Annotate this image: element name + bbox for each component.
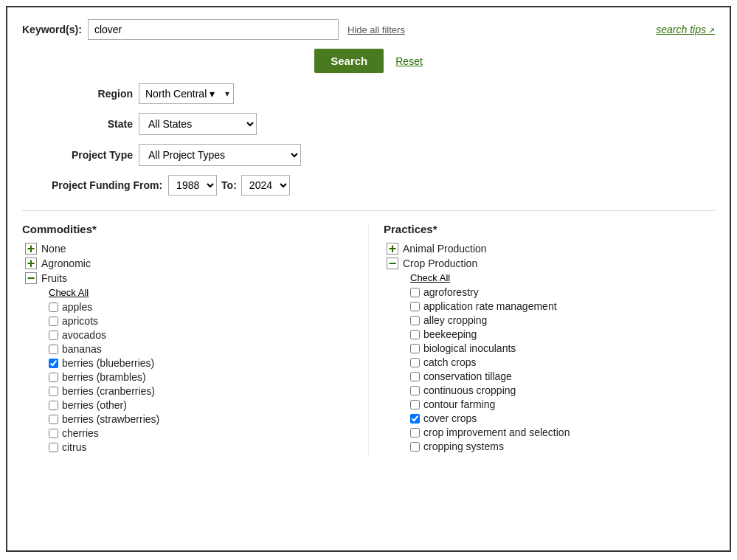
region-select[interactable]: North Central ▾ Northeast South West bbox=[139, 83, 234, 104]
fruits-sub-items: Check All apples apricots avocados banan… bbox=[22, 287, 353, 453]
list-item: beekeeping bbox=[410, 328, 715, 340]
columns: Commodities* + None + Agronomic − Fruits… bbox=[22, 223, 715, 456]
region-row: Region North Central ▾ Northeast South W… bbox=[22, 83, 715, 104]
commodities-title: Commodities* bbox=[22, 223, 353, 235]
list-item: conservation tillage bbox=[410, 370, 715, 382]
catch-crops-checkbox[interactable] bbox=[410, 358, 420, 367]
animal-production-toggle-icon[interactable]: + bbox=[387, 243, 398, 255]
application-rate-checkbox[interactable] bbox=[410, 302, 420, 311]
continuous-cropping-checkbox[interactable] bbox=[410, 386, 420, 395]
list-item: continuous cropping bbox=[410, 384, 715, 396]
state-select[interactable]: All States Illinois Indiana Iowa bbox=[139, 113, 257, 135]
project-type-select[interactable]: All Project Types Research Education Ext… bbox=[139, 144, 301, 166]
cropping-systems-checkbox[interactable] bbox=[410, 442, 420, 452]
list-item: apples bbox=[49, 301, 353, 313]
keyword-input[interactable] bbox=[88, 19, 339, 40]
hide-all-filters-link[interactable]: Hide all filters bbox=[347, 24, 405, 35]
main-container: Keyword(s): Hide all filters search tips… bbox=[6, 6, 731, 552]
commodities-agronomic-item: + Agronomic bbox=[22, 257, 353, 269]
agroforestry-checkbox[interactable] bbox=[410, 288, 420, 297]
application-rate-label: application rate management bbox=[423, 300, 557, 312]
bananas-label: bananas bbox=[62, 343, 102, 355]
crop-check-all-link[interactable]: Check All bbox=[410, 272, 715, 283]
reset-link[interactable]: Reset bbox=[395, 55, 423, 67]
header-row: Keyword(s): Hide all filters search tips bbox=[22, 19, 715, 40]
berries-blueberries-label: berries (blueberries) bbox=[62, 357, 154, 369]
berries-strawberries-checkbox[interactable] bbox=[49, 415, 58, 424]
contour-farming-checkbox[interactable] bbox=[410, 400, 420, 409]
berries-other-label: berries (other) bbox=[62, 399, 127, 411]
animal-production-item: + Animal Production bbox=[384, 243, 715, 255]
list-item: catch crops bbox=[410, 356, 715, 368]
berries-brambles-checkbox[interactable] bbox=[49, 373, 58, 382]
alley-cropping-label: alley cropping bbox=[423, 314, 487, 326]
bananas-checkbox[interactable] bbox=[49, 345, 58, 354]
none-toggle-icon[interactable]: + bbox=[25, 243, 37, 255]
funding-label: Project Funding From: bbox=[52, 179, 162, 191]
crop-improvement-label: crop improvement and selection bbox=[423, 426, 570, 438]
list-item: cherries bbox=[49, 427, 353, 439]
cropping-systems-label: cropping systems bbox=[423, 440, 504, 452]
avocados-checkbox[interactable] bbox=[49, 331, 58, 340]
berries-other-checkbox[interactable] bbox=[49, 401, 58, 410]
biological-inoculants-checkbox[interactable] bbox=[410, 344, 420, 353]
commodities-column: Commodities* + None + Agronomic − Fruits… bbox=[22, 223, 368, 456]
crop-production-sub-items: Check All agroforestry application rate … bbox=[384, 272, 715, 452]
berries-cranberries-checkbox[interactable] bbox=[49, 387, 58, 396]
biological-inoculants-label: biological inoculants bbox=[423, 342, 516, 354]
to-label: To: bbox=[221, 179, 237, 191]
keyword-label: Keyword(s): bbox=[22, 24, 82, 35]
funding-to-select[interactable]: 202420232022201020001988 bbox=[241, 175, 290, 196]
list-item: crop improvement and selection bbox=[410, 426, 715, 438]
cherries-checkbox[interactable] bbox=[49, 429, 58, 438]
project-type-label: Project Type bbox=[52, 149, 133, 161]
action-row: Search Reset bbox=[22, 49, 715, 73]
list-item: berries (brambles) bbox=[49, 371, 353, 383]
agronomic-toggle-icon[interactable]: + bbox=[25, 257, 37, 269]
conservation-tillage-checkbox[interactable] bbox=[410, 372, 420, 381]
practices-column: Practices* + Animal Production − Crop Pr… bbox=[368, 223, 715, 456]
none-label: None bbox=[41, 243, 66, 255]
crop-production-item: − Crop Production bbox=[384, 257, 715, 269]
agronomic-label: Agronomic bbox=[41, 257, 91, 269]
animal-production-label: Animal Production bbox=[403, 243, 487, 255]
catch-crops-label: catch crops bbox=[423, 356, 477, 368]
list-item: bananas bbox=[49, 343, 353, 355]
cherries-label: cherries bbox=[62, 427, 99, 439]
fruits-check-all-link[interactable]: Check All bbox=[49, 287, 353, 298]
list-item: agroforestry bbox=[410, 286, 715, 298]
citrus-label: citrus bbox=[62, 441, 86, 453]
beekeeping-label: beekeeping bbox=[423, 328, 477, 340]
search-button[interactable]: Search bbox=[314, 49, 384, 73]
commodities-fruits-item: − Fruits bbox=[22, 272, 353, 284]
state-label: State bbox=[52, 118, 133, 130]
apricots-checkbox[interactable] bbox=[49, 317, 58, 326]
conservation-tillage-label: conservation tillage bbox=[423, 370, 512, 382]
citrus-checkbox[interactable] bbox=[49, 443, 58, 452]
practices-title: Practices* bbox=[384, 223, 715, 235]
divider bbox=[22, 210, 715, 211]
commodities-none-item: + None bbox=[22, 243, 353, 255]
region-wrapper: North Central ▾ Northeast South West bbox=[139, 83, 234, 104]
berries-strawberries-label: berries (strawberries) bbox=[62, 413, 159, 425]
berries-cranberries-label: berries (cranberries) bbox=[62, 385, 155, 397]
search-tips-link[interactable]: search tips bbox=[656, 24, 715, 35]
berries-blueberries-checkbox[interactable] bbox=[49, 359, 58, 368]
apples-label: apples bbox=[62, 301, 92, 313]
list-item: alley cropping bbox=[410, 314, 715, 326]
keyword-section: Keyword(s): Hide all filters bbox=[22, 19, 641, 40]
list-item: berries (strawberries) bbox=[49, 413, 353, 425]
crop-production-toggle-icon[interactable]: − bbox=[387, 257, 398, 269]
alley-cropping-checkbox[interactable] bbox=[410, 316, 420, 325]
state-row: State All States Illinois Indiana Iowa bbox=[22, 113, 715, 135]
cover-crops-checkbox[interactable] bbox=[410, 414, 420, 424]
list-item: cover crops bbox=[410, 412, 715, 424]
funding-from-select[interactable]: 198819891990200020102024 bbox=[168, 175, 217, 196]
crop-improvement-checkbox[interactable] bbox=[410, 428, 420, 438]
region-label: Region bbox=[52, 88, 133, 100]
apples-checkbox[interactable] bbox=[49, 303, 58, 312]
fruits-toggle-icon[interactable]: − bbox=[25, 272, 37, 284]
list-item: contour farming bbox=[410, 398, 715, 410]
apricots-label: apricots bbox=[62, 315, 98, 327]
beekeeping-checkbox[interactable] bbox=[410, 330, 420, 339]
